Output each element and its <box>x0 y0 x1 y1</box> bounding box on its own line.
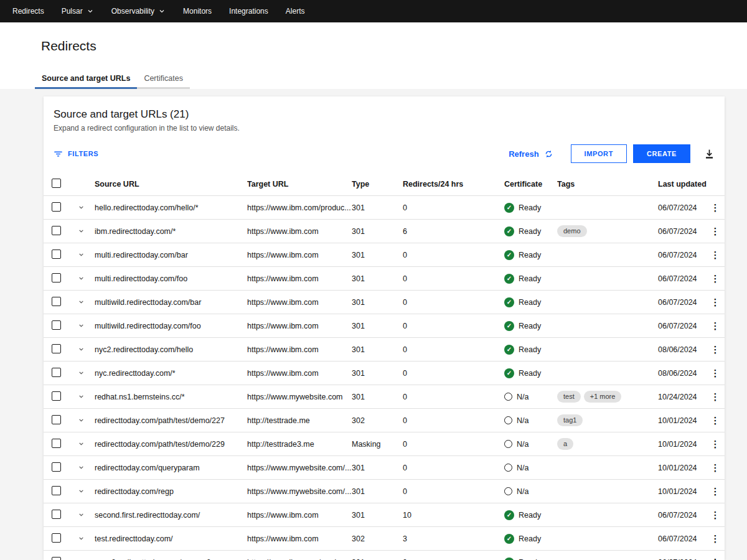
row-checkbox[interactable] <box>52 391 61 401</box>
expand-chevron-icon[interactable] <box>77 511 85 519</box>
table-row: multi.redirecttoday.com/bar https://www.… <box>44 243 725 267</box>
redirect-type: 301 <box>352 298 365 307</box>
row-checkbox[interactable] <box>52 557 61 560</box>
overflow-menu-icon[interactable]: ⋮ <box>711 368 720 378</box>
last-updated: 08/06/2024 <box>658 369 697 378</box>
overflow-menu-icon[interactable]: ⋮ <box>711 203 720 212</box>
row-checkbox[interactable] <box>52 462 61 472</box>
row-checkbox[interactable] <box>52 250 61 259</box>
panel-subtitle: Expand a redirect configuration in the l… <box>54 123 715 133</box>
overflow-menu-icon[interactable]: ⋮ <box>711 534 720 543</box>
nav-item-pulsar[interactable]: Pulsar <box>53 0 103 22</box>
redirects-count: 0 <box>403 487 407 496</box>
table-row: second.first.redirecttoday.com/ https://… <box>44 503 725 527</box>
overflow-menu-icon[interactable]: ⋮ <box>711 439 720 449</box>
redirects-count: 0 <box>403 274 407 283</box>
certificate-status: N/a <box>517 393 529 401</box>
overflow-menu-icon[interactable]: ⋮ <box>711 558 720 560</box>
tab-certificates[interactable]: Certificates <box>137 69 190 89</box>
certificate-status: Ready <box>519 227 541 236</box>
download-icon <box>704 149 715 159</box>
nav-item-label: Monitors <box>183 7 212 16</box>
expand-chevron-icon[interactable] <box>77 322 85 330</box>
nav-item-integrations[interactable]: Integrations <box>220 0 277 22</box>
overflow-menu-icon[interactable]: ⋮ <box>711 392 720 401</box>
redirect-type: 301 <box>352 487 365 496</box>
overflow-menu-icon[interactable]: ⋮ <box>711 250 720 259</box>
download-button[interactable] <box>704 149 715 159</box>
row-checkbox[interactable] <box>52 486 61 495</box>
import-label: IMPORT <box>585 150 613 157</box>
refresh-button[interactable]: Refresh <box>509 149 553 159</box>
refresh-icon <box>544 149 553 159</box>
source-url: www2.redirecttoday.com/answer2 <box>95 558 211 560</box>
certificate-status: Ready <box>519 322 541 330</box>
expand-chevron-icon[interactable] <box>77 298 85 306</box>
expand-chevron-icon[interactable] <box>77 393 85 401</box>
redirects-count: 0 <box>403 440 407 449</box>
row-checkbox[interactable] <box>52 533 61 543</box>
expand-chevron-icon[interactable] <box>77 487 85 495</box>
nav-item-label: Observability <box>111 7 154 16</box>
row-checkbox[interactable] <box>52 320 61 330</box>
last-updated: 08/06/2024 <box>658 345 697 354</box>
row-checkbox[interactable] <box>52 439 61 448</box>
expand-chevron-icon[interactable] <box>77 416 85 424</box>
target-url: http://testtrade3.me <box>247 440 314 449</box>
source-url: multiwild.redirecttoday.com/bar <box>95 298 201 307</box>
redirect-type: 301 <box>352 251 365 259</box>
target-url: http://testtrade.me <box>247 416 310 425</box>
import-button[interactable]: IMPORT <box>571 144 627 163</box>
last-updated: 06/07/2024 <box>658 534 697 543</box>
row-checkbox[interactable] <box>52 415 61 424</box>
table-row: redirecttoday.com/path/test/demo/229 htt… <box>44 432 725 456</box>
expand-chevron-icon[interactable] <box>77 534 85 543</box>
row-checkbox[interactable] <box>52 202 61 212</box>
create-button[interactable]: CREATE <box>633 144 690 163</box>
table-row: hello.redirecttoday.com/hello/* https://… <box>44 196 725 220</box>
source-url: multi.redirecttoday.com/bar <box>95 251 188 259</box>
redirects-count: 0 <box>403 464 407 472</box>
row-checkbox[interactable] <box>52 297 61 306</box>
row-checkbox[interactable] <box>52 368 61 377</box>
nav-item-alerts[interactable]: Alerts <box>277 0 314 22</box>
overflow-menu-icon[interactable]: ⋮ <box>711 463 720 472</box>
overflow-menu-icon[interactable]: ⋮ <box>711 226 720 236</box>
expand-chevron-icon[interactable] <box>77 274 85 282</box>
overflow-menu-icon[interactable]: ⋮ <box>711 297 720 307</box>
nav-item-observability[interactable]: Observability <box>103 0 174 22</box>
certificate-status: Ready <box>519 274 541 283</box>
overflow-menu-icon[interactable]: ⋮ <box>711 510 720 520</box>
expand-chevron-icon[interactable] <box>77 227 85 235</box>
table-row: redirecttoday.com/queryparam https://www… <box>44 456 725 480</box>
target-url: https://www.ibm.com/produc... <box>247 203 351 212</box>
redirect-type: 301 <box>352 227 365 236</box>
expand-chevron-icon[interactable] <box>77 369 85 377</box>
expand-chevron-icon[interactable] <box>77 345 85 353</box>
select-all-checkbox[interactable] <box>52 179 61 188</box>
target-url: https://www.ibm.com <box>247 511 319 520</box>
last-updated: 06/07/2024 <box>658 558 697 560</box>
overflow-menu-icon[interactable]: ⋮ <box>711 345 720 354</box>
redirect-type: 301 <box>352 393 365 401</box>
tab-source-and-target-urls[interactable]: Source and target URLs <box>35 69 137 89</box>
table-toolbar: FILTERS Refresh IMPORT CREATE <box>44 144 725 163</box>
expand-chevron-icon[interactable] <box>77 464 85 472</box>
expand-chevron-icon[interactable] <box>77 440 85 448</box>
overflow-menu-icon[interactable]: ⋮ <box>711 487 720 496</box>
filters-button[interactable]: FILTERS <box>54 149 98 159</box>
nav-item-monitors[interactable]: Monitors <box>174 0 220 22</box>
col-certificate: Certificate <box>504 180 557 189</box>
nav-item-redirects[interactable]: Redirects <box>4 0 53 22</box>
expand-chevron-icon[interactable] <box>77 203 85 212</box>
overflow-menu-icon[interactable]: ⋮ <box>711 321 720 330</box>
redirects-count: 0 <box>403 558 407 560</box>
row-checkbox[interactable] <box>52 510 61 519</box>
overflow-menu-icon[interactable]: ⋮ <box>711 274 720 283</box>
tag-pill: tag1 <box>557 414 583 426</box>
expand-chevron-icon[interactable] <box>77 251 85 259</box>
overflow-menu-icon[interactable]: ⋮ <box>711 416 720 425</box>
row-checkbox[interactable] <box>52 226 61 235</box>
row-checkbox[interactable] <box>52 344 61 353</box>
row-checkbox[interactable] <box>52 273 61 282</box>
